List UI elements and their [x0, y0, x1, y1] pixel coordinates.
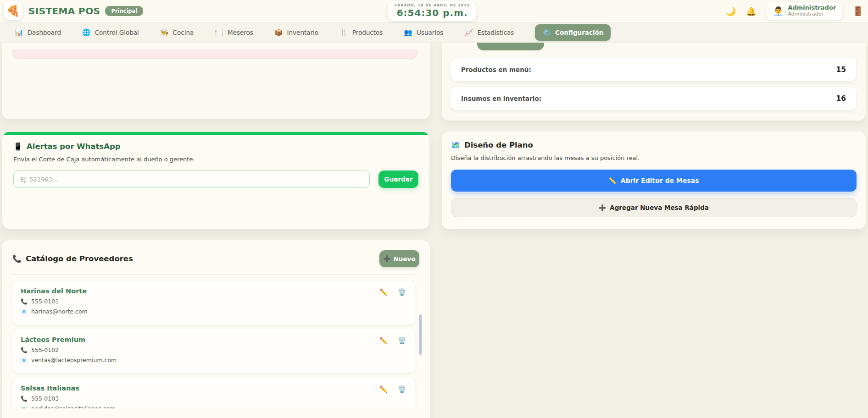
alert-row-stub — [12, 50, 417, 58]
telephone-icon: 📞 — [21, 396, 28, 402]
user-role: Administrador — [788, 11, 836, 17]
stat-label: Productos en menú: — [461, 66, 531, 73]
email-icon: 📧 — [21, 357, 28, 363]
dashboard-icon: 📊 — [15, 28, 23, 37]
telephone-icon: 📞 — [21, 298, 28, 305]
provider-name: Salsas Italianas — [21, 385, 407, 392]
notifications-bell-icon[interactable]: 🔔 — [746, 6, 756, 16]
provider-phone: 📞 555-0102 — [21, 346, 407, 353]
new-provider-button[interactable]: ➕ Nuevo — [379, 250, 419, 267]
clock-time: 6:54:30 p.m. — [395, 7, 470, 18]
brand: 🍕 SISTEMA POS Principal — [4, 1, 143, 20]
email-icon: 📧 — [21, 406, 28, 409]
user-chip[interactable]: 👨‍💼 Administrador Administrador — [767, 2, 843, 20]
mobile-phone-icon: 📱 — [13, 142, 22, 151]
header-actions: 🌙 🔔 👨‍💼 Administrador Administrador 🚪 — [726, 2, 863, 20]
nav-item-configuracion[interactable]: ⚙️ Configuración — [535, 24, 611, 41]
provider-card-lacteos: Lácteos Premium 📞 555-0102 📧 ventas@lact… — [12, 329, 415, 373]
nav-item-estadisticas[interactable]: 📈 Estadísticas — [464, 28, 514, 37]
users-icon: 👥 — [404, 28, 412, 37]
stat-row-insumos: Insumos en inventario: 16 — [451, 87, 856, 110]
nav-item-control-global[interactable]: 🌐 Control Global — [82, 28, 139, 37]
edit-pencil-icon[interactable]: ✏️ — [379, 385, 387, 393]
email-icon: 📧 — [21, 308, 28, 315]
nav-label: Usuarios — [417, 29, 443, 36]
list-scrollbar-thumb[interactable] — [419, 314, 422, 355]
nav-label: Estadísticas — [477, 29, 514, 36]
delete-trash-icon[interactable]: 🗑️ — [398, 337, 406, 344]
provider-card-harinas: Harinas del Norte 📞 555-0101 📧 harinas@n… — [12, 280, 415, 324]
plus-icon: ➕ — [599, 204, 606, 211]
nav-label: Control Global — [95, 29, 139, 36]
providers-list: Harinas del Norte 📞 555-0101 📧 harinas@n… — [2, 275, 430, 408]
add-quick-table-button[interactable]: ➕ Agregar Nueva Mesa Rápida — [451, 198, 857, 217]
provider-email: 📧 pedidos@salsasitalianas.com — [21, 405, 407, 408]
gear-icon: ⚙️ — [542, 28, 551, 37]
floorplan-card: 🗺️ Diseño de Plano Diseña la distribució… — [442, 132, 866, 229]
nav-item-meseros[interactable]: 🍽️ Meseros — [215, 28, 253, 37]
save-button[interactable]: Guardar — [378, 170, 418, 188]
stat-row-productos: Productos en menú: 15 — [451, 58, 856, 81]
providers-card-title: 📞 Catálogo de Proveedores — [12, 254, 133, 263]
provider-email: 📧 ventas@lacteospremium.com — [21, 357, 407, 363]
provider-card-salsas: Salsas Italianas 📞 555-0103 📧 pedidos@sa… — [12, 378, 415, 408]
user-info: Administrador Administrador — [788, 5, 836, 17]
nav-label: Inventario — [287, 29, 319, 36]
nav-item-dashboard[interactable]: 📊 Dashboard — [15, 28, 61, 37]
stat-label: Insumos en inventario: — [461, 95, 541, 102]
chart-up-icon: 📈 — [464, 28, 473, 37]
user-avatar-icon: 👨‍💼 — [773, 6, 784, 16]
nav-item-usuarios[interactable]: 👥 Usuarios — [404, 28, 443, 37]
whatsapp-card-description: Envía el Corte de Caja automáticamente a… — [13, 156, 418, 163]
nav-label: Meseros — [228, 29, 253, 36]
edit-pencil-icon[interactable]: ✏️ — [379, 337, 387, 344]
clock-date: SÁBADO, 18 DE ABRIL DE 2026 — [395, 3, 470, 7]
whatsapp-alerts-card: 📱 Alertas por WhatsApp Envía el Corte de… — [2, 132, 430, 229]
provider-phone: 📞 555-0101 — [21, 298, 407, 305]
fork-knife-icon: 🍴 — [339, 28, 348, 37]
scrolled-card-left — [2, 43, 430, 119]
telephone-icon: 📞 — [21, 347, 28, 353]
ruler-icon: 📏 — [608, 177, 616, 184]
provider-name: Harinas del Norte — [21, 287, 407, 295]
globe-icon: 🌐 — [82, 28, 91, 37]
pizza-logo-icon: 🍕 — [4, 1, 22, 20]
nav-item-cocina[interactable]: 👨‍🍳 Cocina — [160, 28, 194, 37]
delete-trash-icon[interactable]: 🗑️ — [398, 385, 406, 393]
stat-value: 15 — [836, 66, 846, 74]
map-icon: 🗺️ — [451, 141, 460, 149]
whatsapp-number-input[interactable] — [13, 170, 370, 188]
user-name: Administrador — [788, 5, 836, 11]
plus-icon: ➕ — [383, 255, 390, 262]
whatsapp-card-title: 📱 Alertas por WhatsApp — [13, 142, 418, 151]
plate-cutlery-icon: 🍽️ — [215, 28, 223, 37]
delete-trash-icon[interactable]: 🗑️ — [398, 288, 406, 296]
nav-item-productos[interactable]: 🍴 Productos — [339, 28, 383, 37]
providers-catalog-card: 📞 Catálogo de Proveedores ➕ Nuevo Harina… — [2, 240, 430, 418]
telephone-icon: 📞 — [12, 254, 22, 263]
package-icon: 📦 — [274, 28, 283, 37]
nav-label: Configuración — [555, 29, 603, 36]
nav-label: Cocina — [173, 29, 194, 36]
main-nav: 📊 Dashboard 🌐 Control Global 👨‍🍳 Cocina … — [0, 23, 868, 42]
principal-badge: Principal — [105, 6, 143, 16]
menu-stats-card: Productos en menú: 15 Insumos en inventa… — [442, 43, 866, 121]
provider-phone: 📞 555-0103 — [21, 395, 407, 402]
clock-widget: SÁBADO, 18 DE ABRIL DE 2026 6:54:30 p.m. — [388, 1, 477, 21]
stat-value: 16 — [836, 94, 846, 103]
nav-label: Dashboard — [28, 29, 61, 36]
open-table-editor-button[interactable]: 📏 Abrir Editor de Mesas — [451, 170, 857, 192]
button-stub — [477, 43, 544, 50]
floorplan-card-description: Diseña la distribución arrastrando las m… — [451, 154, 857, 161]
floorplan-card-title: 🗺️ Diseño de Plano — [451, 141, 857, 149]
provider-name: Lácteos Premium — [21, 336, 407, 343]
dark-mode-moon-icon[interactable]: 🌙 — [726, 6, 736, 16]
nav-item-inventario[interactable]: 📦 Inventario — [274, 28, 318, 37]
app-title: SISTEMA POS — [28, 6, 100, 16]
logout-door-icon[interactable]: 🚪 — [852, 6, 863, 16]
card-accent-bar — [2, 132, 429, 135]
chef-icon: 👨‍🍳 — [160, 28, 169, 37]
provider-email: 📧 harinas@norte.com — [21, 308, 407, 315]
edit-pencil-icon[interactable]: ✏️ — [379, 288, 387, 296]
app-header: 🍕 SISTEMA POS Principal SÁBADO, 18 DE AB… — [0, 0, 868, 22]
